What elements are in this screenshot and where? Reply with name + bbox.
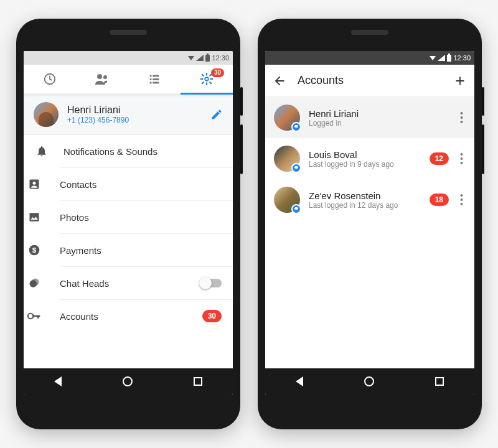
tab-people[interactable]: [76, 65, 128, 93]
profile-row[interactable]: Henri Liriani +1 (123) 456-7890: [24, 95, 233, 135]
svg-point-28: [461, 203, 463, 205]
accounts-badge: 30: [202, 310, 222, 322]
settings-item-label: Notifications & Sounds: [63, 146, 222, 157]
profile-name: Henri Liriani: [67, 105, 129, 116]
edit-icon[interactable]: [210, 108, 223, 121]
settings-item-label: Accounts: [60, 311, 187, 322]
svg-rect-12: [30, 213, 39, 221]
account-avatar: [274, 105, 300, 131]
settings-item-notifications[interactable]: Notifications & Sounds: [24, 135, 233, 167]
status-time: 12:30: [453, 54, 471, 62]
nav-home-icon[interactable]: [123, 376, 133, 386]
account-row[interactable]: Louis Boval Last logged in 9 days ago 12: [265, 138, 474, 179]
plus-icon: [453, 74, 467, 88]
svg-point-20: [461, 112, 463, 114]
tab-bar: 30: [24, 65, 233, 95]
accounts-list: Henri Liriani Logged in Louis Boval Last…: [265, 97, 474, 394]
settings-item-photos[interactable]: Photos: [60, 200, 233, 233]
account-status: Logged in: [309, 119, 359, 128]
key-icon: [24, 310, 45, 322]
svg-point-9: [205, 77, 209, 81]
android-navbar: [24, 368, 233, 394]
back-button[interactable]: [273, 74, 286, 88]
svg-rect-3: [150, 75, 152, 77]
nav-back-icon[interactable]: [54, 376, 62, 386]
account-status: Last logged in 12 days ago: [309, 201, 398, 210]
settings-item-label: Payments: [60, 245, 222, 256]
phone-settings: 12:30 30 Henri Liriani +1 (123) 456-7890: [16, 19, 240, 429]
clock-icon: [43, 72, 57, 86]
settings-item-chatheads[interactable]: Chat Heads: [60, 266, 233, 299]
more-icon[interactable]: [458, 112, 466, 123]
more-icon[interactable]: [458, 194, 466, 205]
nav-back-icon[interactable]: [296, 376, 303, 386]
svg-rect-5: [150, 78, 152, 80]
svg-point-22: [461, 121, 463, 123]
nav-recent-icon[interactable]: [194, 377, 202, 386]
messenger-badge-icon: [291, 204, 301, 214]
svg-point-17: [28, 314, 33, 319]
signal-icon: [438, 55, 445, 61]
settings-item-label: Chat Heads: [60, 278, 186, 289]
nav-home-icon[interactable]: [364, 376, 374, 386]
svg-point-27: [461, 198, 463, 201]
chatheads-toggle[interactable]: [200, 279, 222, 287]
tab-recent[interactable]: [24, 65, 76, 93]
settings-item-payments[interactable]: $ Payments: [60, 233, 233, 266]
account-row[interactable]: Ze'ev Rosenstein Last logged in 12 days …: [265, 179, 474, 220]
svg-rect-8: [153, 82, 159, 84]
settings-list: Notifications & Sounds Contacts Photos $…: [24, 135, 233, 394]
chathead-icon: [24, 277, 45, 289]
android-navbar: [265, 368, 474, 394]
svg-point-11: [33, 182, 36, 185]
battery-icon: [447, 55, 451, 62]
tab-settings-badge: 30: [211, 68, 224, 77]
account-status: Last logged in 9 days ago: [309, 160, 394, 169]
nav-recent-icon[interactable]: [435, 377, 444, 386]
settings-item-label: Photos: [60, 212, 222, 223]
messenger-badge-icon: [291, 163, 301, 173]
wifi-icon: [430, 56, 436, 60]
svg-text:$: $: [32, 246, 37, 254]
svg-point-25: [461, 162, 463, 164]
svg-rect-4: [153, 75, 159, 77]
wifi-icon: [188, 56, 194, 60]
svg-point-16: [30, 280, 37, 287]
svg-rect-7: [150, 82, 152, 84]
settings-item-accounts[interactable]: Accounts 30: [60, 299, 233, 332]
profile-avatar: [34, 102, 59, 127]
account-name: Ze'ev Rosenstein: [309, 190, 398, 201]
profile-phone: +1 (123) 456-7890: [67, 116, 129, 124]
list-icon: [148, 72, 161, 86]
account-badge: 18: [430, 194, 449, 206]
status-bar: 12:30: [265, 51, 474, 65]
page-title: Accounts: [298, 74, 442, 87]
svg-point-23: [461, 153, 463, 156]
svg-rect-6: [153, 78, 159, 80]
tab-list[interactable]: [128, 65, 181, 93]
svg-point-21: [461, 116, 463, 119]
accounts-topbar: Accounts: [265, 65, 474, 97]
account-avatar: [274, 146, 300, 172]
svg-point-24: [461, 157, 463, 160]
people-icon: [94, 72, 110, 86]
messenger-badge-icon: [291, 122, 301, 132]
tab-settings[interactable]: 30: [181, 65, 233, 93]
svg-point-26: [461, 194, 463, 197]
phone-accounts: 12:30 Accounts Henri Liriani Logged in: [258, 19, 482, 429]
dollar-icon: $: [24, 244, 45, 256]
contact-icon: [24, 178, 45, 190]
add-account-button[interactable]: [453, 74, 467, 88]
account-row[interactable]: Henri Liriani Logged in: [265, 97, 474, 138]
svg-rect-19: [37, 315, 39, 319]
more-icon[interactable]: [458, 153, 466, 164]
settings-item-contacts[interactable]: Contacts: [60, 167, 233, 200]
account-name: Louis Boval: [309, 149, 394, 160]
account-avatar: [274, 187, 300, 213]
status-time: 12:30: [212, 54, 229, 62]
account-name: Henri Liriani: [309, 108, 359, 119]
svg-point-2: [103, 75, 107, 79]
account-badge: 12: [430, 152, 449, 165]
image-icon: [24, 211, 45, 223]
battery-icon: [205, 55, 210, 62]
